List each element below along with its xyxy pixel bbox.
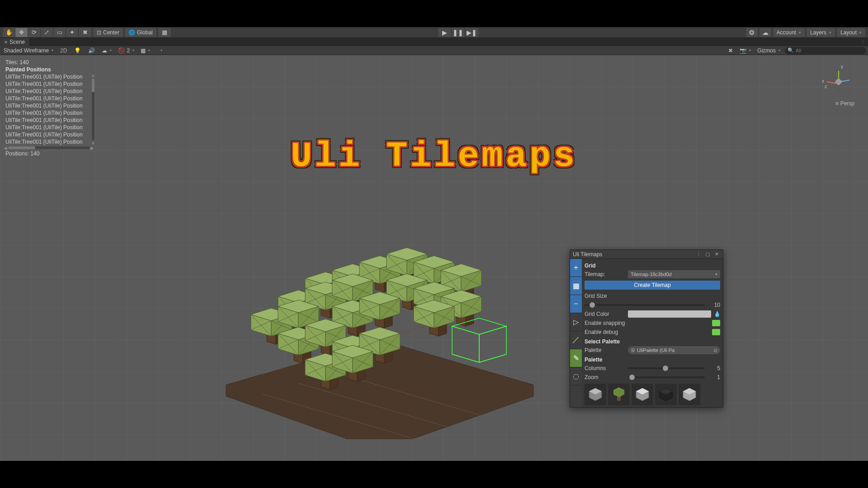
camera-settings-dropdown[interactable]: 📷 bbox=[738, 47, 753, 54]
list-item[interactable]: UliTile:Tree001 (UliTile) Position bbox=[4, 117, 90, 124]
list-item[interactable]: UliTile:Tree001 (UliTile) Position bbox=[4, 124, 90, 131]
list-item[interactable]: UliTile:Tree001 (UliTile) Position bbox=[4, 102, 90, 109]
hand-tool[interactable]: ✋ bbox=[3, 28, 15, 37]
fx-dropdown[interactable]: ☁ bbox=[100, 47, 113, 54]
tilemap-value: Tilemap-18c3bd0d bbox=[631, 272, 672, 277]
palette-tile[interactable] bbox=[608, 384, 630, 405]
snap-toggle[interactable]: ▦ bbox=[158, 28, 171, 37]
brush-tool[interactable]: ／ bbox=[570, 331, 582, 349]
list-item[interactable]: UliTile:Tree001 (UliTile) Position bbox=[4, 80, 90, 88]
layers-dropdown[interactable]: Layers bbox=[807, 28, 835, 37]
transform-tools: ✋ ✥ ⟳ ⤢ ▭ ✦ ✖ bbox=[3, 28, 91, 37]
move-tool[interactable]: ✥ bbox=[15, 28, 28, 37]
orientation-gizmo[interactable]: y x z bbox=[823, 66, 854, 98]
panel-titlebar[interactable]: Uli Tilemaps ⋮ ▢ ✕ bbox=[570, 250, 723, 259]
grid-section-header: Grid bbox=[585, 263, 720, 269]
tab-bar: ⌗ Scene ⋮ bbox=[0, 38, 868, 46]
grid-color-field[interactable] bbox=[628, 310, 711, 318]
palette-tile[interactable] bbox=[679, 384, 700, 405]
panel-maximize-button[interactable]: ▢ bbox=[704, 251, 711, 258]
projection-toggle[interactable]: ≡Persp bbox=[835, 100, 854, 107]
tiles-count: Tiles: 140 bbox=[4, 59, 94, 66]
columns-value[interactable]: 5 bbox=[708, 365, 720, 371]
pivot-mode-button[interactable]: ⊡Center bbox=[93, 28, 123, 37]
panel-close-button[interactable]: ✕ bbox=[713, 251, 720, 258]
panel-content: Grid Tilemap: Tilemap-18c3bd0d Create Ti… bbox=[582, 259, 723, 407]
tab-menu-button[interactable]: ⋮ bbox=[858, 38, 868, 46]
paint-tool[interactable]: ✎ bbox=[570, 349, 582, 367]
vertical-scrollbar[interactable]: ▲▼ bbox=[91, 73, 95, 145]
enable-debug-toggle[interactable] bbox=[712, 329, 720, 335]
cloud-button[interactable]: ☁ bbox=[760, 28, 771, 37]
panel-title: Uli Tilemaps bbox=[573, 251, 602, 258]
painted-positions-header: Painted Positions bbox=[4, 66, 94, 73]
enable-snapping-label: Enable snapping bbox=[585, 320, 709, 326]
shading-mode-dropdown[interactable]: Shaded Wireframe bbox=[2, 47, 55, 54]
layers-label: Layers bbox=[810, 29, 826, 36]
tilemap-dropdown[interactable]: Tilemap-18c3bd0d bbox=[628, 270, 720, 278]
grid-size-slider[interactable] bbox=[585, 304, 705, 306]
panel-menu-button[interactable]: ⋮ bbox=[695, 251, 702, 258]
tools-button[interactable]: ✖ bbox=[726, 47, 735, 55]
shading-label: Shaded Wireframe bbox=[4, 47, 49, 54]
enable-snapping-toggle[interactable] bbox=[712, 320, 720, 326]
gizmos-dropdown[interactable]: Gizmos bbox=[755, 47, 782, 54]
palette-object-field[interactable]: UliPalette (Uli Pa bbox=[628, 346, 720, 354]
palette-tile[interactable] bbox=[655, 384, 677, 405]
palette-tile[interactable] bbox=[585, 384, 606, 405]
search-placeholder: All bbox=[796, 48, 801, 53]
palette-tile[interactable] bbox=[632, 384, 653, 405]
eyedropper-button[interactable]: 💧 bbox=[714, 311, 720, 317]
list-item[interactable]: UliTile:Tree001 (UliTile) Position bbox=[4, 73, 90, 80]
tab-label: Scene bbox=[9, 39, 25, 45]
list-item[interactable]: UliTile:Tree001 (UliTile) Position bbox=[4, 138, 90, 145]
uli-tilemaps-panel[interactable]: Uli Tilemaps ⋮ ▢ ✕ ＋ ▦ － ▷ ／ ✎ ◌ bbox=[570, 249, 723, 408]
custom-tool[interactable]: ✖ bbox=[79, 28, 91, 37]
pause-button[interactable]: ❚❚ bbox=[452, 28, 465, 37]
zoom-slider[interactable] bbox=[628, 376, 705, 378]
step-button[interactable]: ▶❚ bbox=[465, 28, 479, 37]
rotate-tool[interactable]: ⟳ bbox=[28, 28, 41, 37]
columns-slider[interactable] bbox=[628, 367, 705, 369]
globe-icon: 🌐 bbox=[128, 29, 135, 36]
remove-tool[interactable]: － bbox=[570, 295, 582, 313]
list-item[interactable]: UliTile:Tree001 (UliTile) Position bbox=[4, 95, 90, 102]
list-item[interactable]: UliTile:Tree001 (UliTile) Position bbox=[4, 131, 90, 138]
audio-toggle[interactable]: 🔊 bbox=[86, 47, 97, 55]
palette-value: UliPalette (Uli Pa bbox=[637, 347, 675, 353]
tile-info-overlay: Tiles: 140 Painted Positions UliTile:Tre… bbox=[4, 59, 94, 157]
play-tool[interactable]: ▷ bbox=[570, 313, 582, 331]
toggle-2d[interactable]: 2D bbox=[58, 47, 69, 55]
scale-tool[interactable]: ⤢ bbox=[41, 28, 53, 37]
erase-tool[interactable]: ◌ bbox=[570, 367, 582, 385]
account-dropdown[interactable]: Account bbox=[773, 28, 805, 37]
create-tilemap-button[interactable]: Create Tilemap bbox=[585, 281, 720, 290]
layout-dropdown[interactable]: Layout bbox=[837, 28, 865, 37]
handle-rotation-button[interactable]: 🌐Global bbox=[125, 28, 156, 37]
layout-label: Layout bbox=[840, 29, 857, 36]
services-button[interactable]: ❂ bbox=[746, 28, 758, 37]
svg-marker-215 bbox=[452, 326, 479, 362]
zoom-value[interactable]: 1 bbox=[708, 374, 720, 380]
eye-off-icon: 🚫 bbox=[118, 47, 125, 54]
list-item[interactable]: UliTile:Tree001 (UliTile) Position bbox=[4, 88, 90, 95]
painted-positions-list[interactable]: UliTile:Tree001 (UliTile) Position UliTi… bbox=[4, 73, 94, 145]
grid-tool[interactable]: ▦ bbox=[570, 277, 582, 295]
lighting-toggle[interactable]: 💡 bbox=[72, 47, 83, 55]
scene-viewport[interactable]: Tiles: 140 Painted Positions UliTile:Tre… bbox=[0, 55, 868, 461]
grid-size-value[interactable]: 10 bbox=[708, 302, 720, 308]
tab-scene[interactable]: ⌗ Scene bbox=[0, 38, 30, 46]
camera-dropdown[interactable]: ▦ bbox=[139, 47, 152, 54]
transform-tool[interactable]: ✦ bbox=[66, 28, 79, 37]
search-icon: 🔍 bbox=[788, 47, 794, 53]
axis-y-label: y bbox=[841, 64, 843, 69]
rect-tool[interactable]: ▭ bbox=[53, 28, 66, 37]
play-button[interactable]: ▶ bbox=[438, 28, 452, 37]
add-tool[interactable]: ＋ bbox=[570, 259, 582, 277]
horizontal-scrollbar[interactable]: ◀▶ bbox=[4, 145, 94, 150]
gizmo-size-dropdown[interactable] bbox=[155, 47, 164, 54]
list-item[interactable]: UliTile:Tree001 (UliTile) Position bbox=[4, 109, 90, 117]
enable-debug-label: Enable debug bbox=[585, 329, 709, 335]
hidden-objects-dropdown[interactable]: 🚫2 bbox=[116, 47, 136, 54]
scene-search-input[interactable]: 🔍 All bbox=[785, 47, 866, 54]
